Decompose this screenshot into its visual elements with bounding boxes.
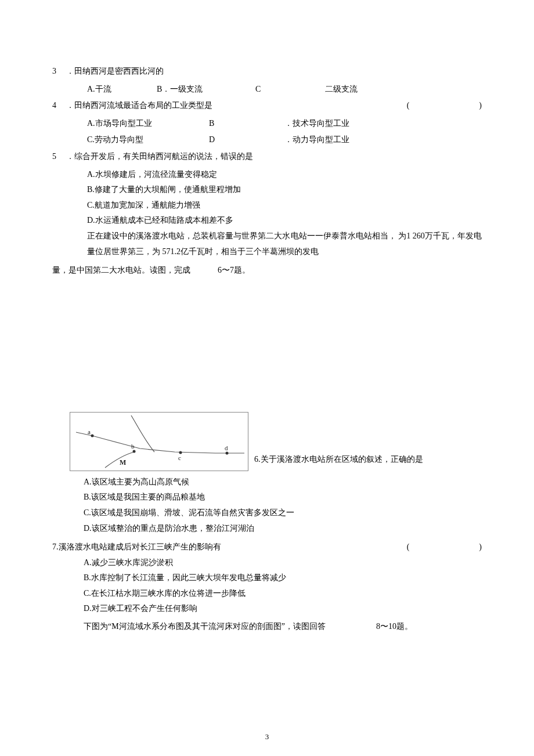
svg-point-0 [91, 434, 94, 437]
fig-label-c: c [178, 454, 181, 461]
question-5-number: 5 [52, 149, 66, 165]
passage-1-line2-pre: 量，是中国第二大水电站。读图，完成 [52, 266, 190, 274]
question-4-stem: ．田纳西河流域最适合布局的工业类型是 [66, 98, 407, 114]
question-4: 4 ．田纳西河流域最适合布局的工业类型是 ( ) [52, 98, 482, 114]
svg-point-2 [179, 451, 182, 454]
river-profile-svg: a b c d M [70, 413, 248, 471]
q5-option-a: A.水坝修建后，河流径流量变得稳定 [87, 167, 482, 183]
question-5: 5 ．综合开发后，有关田纳西河航运的说法，错误的是 [52, 149, 482, 165]
q3-option-c-text: 二级支流 [325, 82, 358, 97]
passage-2-post: 8〜10题。 [376, 622, 413, 631]
fig-label-b: b [131, 443, 135, 450]
question-6-options: A.该区域主要为高山高原气候 B.该区域是我国主要的商品粮基地 C.该区域是我国… [52, 475, 482, 536]
q4-option-b-text: ．技术导向型工业 [284, 116, 349, 132]
q3-option-c-letter: C [255, 82, 325, 97]
paren-left: ( [407, 98, 479, 114]
question-5-options: A.水坝修建后，河流径流量变得稳定 B.修建了大量的大坝船闸，使通航里程增加 C… [52, 167, 482, 229]
question-7-paren: ( ) [407, 540, 482, 555]
q5-option-c: C.航道加宽加深，通航能力增强 [87, 198, 482, 214]
question-7-options: A.减少三峡水库泥沙淤积 B.水库控制了长江流量，因此三峡大坝年发电总量将减少 … [52, 555, 482, 617]
question-5-stem: ．综合开发后，有关田纳西河航运的说法，错误的是 [66, 149, 482, 165]
figure-and-q6: a b c d M 6.关于溪洛渡水电站所在区域的叙述，正确的是 [52, 412, 482, 471]
q7-option-a: A.减少三峡水库泥沙淤积 [84, 555, 482, 571]
passage-2-pre: 下图为“M河流域水系分布图及其干流河床对应的剖面图”，读图回答 [84, 622, 326, 631]
q4-option-c: C.劳动力导向型 [87, 132, 209, 148]
q7-option-d: D.对三峡工程不会产生任何影响 [84, 601, 482, 617]
fig-label-d: d [225, 444, 228, 451]
q7-option-c: C.在长江枯水期三峡水库的水位将进一步降低 [84, 586, 482, 602]
passage-1-line2-post: 6〜7题。 [218, 266, 250, 274]
river-profile-figure: a b c d M [70, 412, 248, 471]
question-3-number: 3 [52, 64, 66, 79]
q4-option-b-letter: B [209, 116, 284, 132]
question-6-stem: 6.关于溪洛渡水电站所在区域的叙述，正确的是 [254, 452, 423, 471]
q6-option-b: B.该区域是我国主要的商品粮基地 [84, 490, 482, 505]
q6-option-d: D.该区域整治的重点是防治水患，整治江河湖泊 [84, 521, 482, 537]
document-page: 3 ．田纳西河是密西西比河的 A.干流 B．一级支流 C 二级支流 4 ．田纳西… [0, 0, 534, 756]
question-4-paren: ( ) [407, 98, 482, 114]
question-3-stem: ．田纳西河是密西西比河的 [66, 64, 482, 79]
q5-option-d: D.水运通航成本已经和陆路成本相差不多 [87, 213, 482, 229]
q4-option-a: A.市场导向型工业 [87, 116, 209, 132]
question-4-number: 4 [52, 98, 66, 114]
q5-option-b: B.修建了大量的大坝船闸，使通航里程增加 [87, 182, 482, 198]
q4-option-d-letter: D [209, 132, 284, 148]
paren-right: ) [479, 98, 482, 114]
q3-option-a: A.干流 [87, 82, 157, 97]
question-3-options: A.干流 B．一级支流 C 二级支流 [52, 82, 482, 97]
q3-option-b: B．一级支流 [157, 82, 255, 97]
q6-option-a: A.该区域主要为高山高原气候 [84, 475, 482, 490]
fig-label-a: a [88, 428, 91, 435]
q4-option-d-text: ．动力导向型工业 [284, 132, 349, 148]
question-3: 3 ．田纳西河是密西西比河的 [52, 64, 482, 79]
page-number: 3 [0, 730, 534, 744]
question-4-options: A.市场导向型工业 B ．技术导向型工业 C.劳动力导向型 D ．动力导向型工业 [52, 116, 482, 148]
question-7: 7.溪洛渡水电站建成后对长江三峡产生的影响有 ( ) [52, 540, 482, 555]
passage-1-line2: 量，是中国第二大水电站。读图，完成 6〜7题。 [52, 263, 482, 278]
q7-option-b: B.水库控制了长江流量，因此三峡大坝年发电总量将减少 [84, 570, 482, 586]
fig-label-m: M [120, 458, 126, 466]
question-7-stem: 7.溪洛渡水电站建成后对长江三峡产生的影响有 [52, 540, 407, 555]
svg-point-1 [133, 450, 136, 453]
passage-2: 下图为“M河流域水系分布图及其干流河床对应的剖面图”，读图回答 8〜10题。 [52, 619, 482, 635]
paren-left: ( [407, 540, 479, 555]
paren-right: ) [479, 540, 482, 555]
svg-point-3 [226, 451, 229, 454]
q6-option-c: C.该区域是我国崩塌、滑坡、泥石流等自然灾害多发区之一 [84, 505, 482, 521]
passage-1-line1: 正在建设中的溪洛渡水电站，总装机容量与世界第二大水电站一一伊泰普水电站相当， 为… [52, 229, 482, 259]
